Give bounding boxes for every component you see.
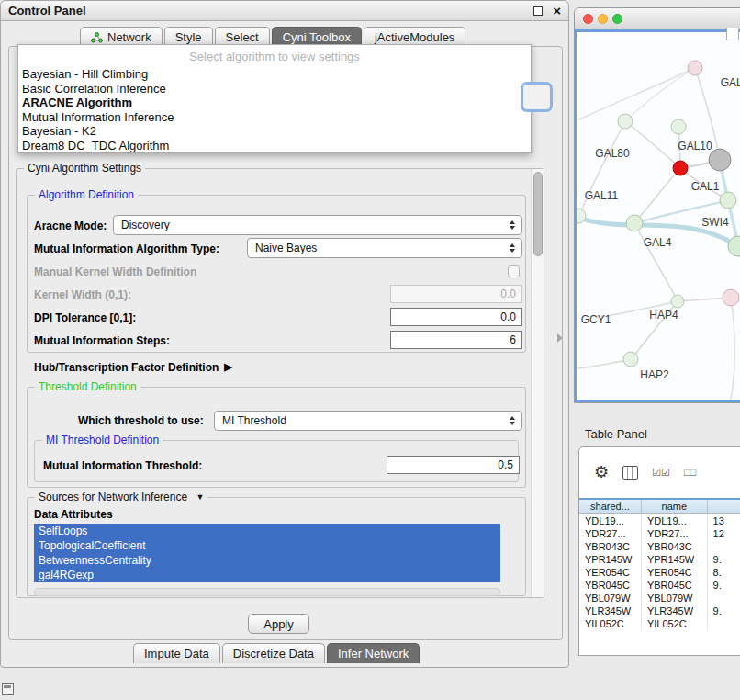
table-row[interactable]: YLR345WYLR345W9. [579,604,740,617]
combo-arrows-icon [510,416,515,425]
columns-icon[interactable] [622,466,638,480]
node-label-gal4: GAL4 [644,236,672,249]
network-node[interactable] [623,352,638,367]
mi-steps-field[interactable]: 6 [390,331,522,349]
table-cell: YIL052C [642,617,708,630]
network-node[interactable] [720,192,736,209]
data-attribute-item[interactable]: SelfLoops [34,524,500,538]
network-edge[interactable] [634,169,679,223]
node-label-gal11: GAL11 [585,189,619,202]
combo-arrows-icon [510,243,515,253]
table-row[interactable]: YBL079WYBL079W [579,592,740,604]
node-label-gal10: GAL10 [678,140,712,152]
table-cell: YDL19... [642,514,708,527]
control-panel-titlebar[interactable]: Control Panel [1,1,568,21]
algorithm-option-dream8-dc-tdc-algorithm[interactable]: Dream8 DC_TDC Algorithm [18,139,531,153]
dpi-tolerance-field[interactable]: 0.0 [390,308,522,326]
table-cell: YBL079W [579,592,642,604]
window-title: Control Panel [8,4,86,17]
attributes-hscrollbar[interactable] [34,588,500,596]
network-toolbar-chip[interactable] [726,28,739,40]
network-edge[interactable] [634,223,678,300]
network-node[interactable] [626,215,643,231]
tab-label: Infer Network [338,647,409,660]
table-row[interactable]: YER054CYER054C8. [579,566,740,579]
network-node[interactable] [673,161,688,175]
which-threshold-label: Which threshold to use: [78,414,204,427]
network-node[interactable] [688,61,702,75]
network-node[interactable] [618,114,633,129]
focused-control[interactable] [521,82,553,112]
apply-button[interactable]: Apply [248,614,309,634]
table-row[interactable]: YDR27...YDR27...12 [579,527,740,540]
tab-label: Network [107,30,151,44]
deselect-all-icon[interactable]: □□ [684,467,696,478]
select-all-icon[interactable]: ☑☑ [652,467,670,479]
sources-toggle[interactable]: Sources for Network Inference ▼ [35,491,207,503]
network-node[interactable] [723,289,739,306]
network-node[interactable] [671,295,684,308]
table-cell: YPR145W [642,553,708,566]
table-row[interactable]: YBR043CYBR043C [579,540,740,553]
close-traffic-light-icon[interactable] [583,14,593,24]
tab-discretize-data[interactable]: Discretize Data [222,643,325,663]
column-header[interactable]: name [642,500,708,513]
tab-impute-data[interactable]: Impute Data [133,643,220,663]
hub-section-label: Hub/Transcription Factor Definition [34,361,219,374]
aracne-mode-select[interactable]: Discovery [113,215,522,235]
scrollbar-thumb[interactable] [533,172,543,256]
column-header[interactable]: shared... [579,500,642,513]
restore-panel-icon[interactable] [2,683,14,695]
algorithm-option-bayesian-k2[interactable]: Bayesian - K2 [18,124,531,139]
network-titlebar[interactable] [575,8,740,30]
manual-kernel-checkbox[interactable] [508,265,520,277]
tab-infer-network[interactable]: Infer Network [327,643,420,663]
mi-type-select[interactable]: Naive Bayes [247,238,522,258]
minimize-traffic-light-icon[interactable] [598,14,608,24]
network-edge[interactable] [579,68,695,119]
network-edge[interactable] [731,298,734,400]
table-row[interactable]: YBR045CYBR045C9. [579,579,740,592]
node-label-gal1: GAL1 [691,180,720,193]
data-attributes-label: Data Attributes [34,508,113,521]
close-window-icon[interactable]: × [553,2,561,20]
gear-icon[interactable]: ⚙ [594,464,609,480]
kernel-width-field[interactable]: 0.0 [390,285,522,303]
table-row[interactable]: YDL19...YDL19...13 [579,514,740,527]
node-label-hap4: HAP4 [649,309,678,322]
combo-arrows-icon [510,220,515,230]
algorithm-dropdown: Select algorithm to view settings Bayesi… [17,44,532,153]
data-attribute-item[interactable]: TopologicalCoefficient [34,538,500,553]
network-edge[interactable] [678,298,730,301]
table-row[interactable]: YIL052CYIL052C [579,617,740,630]
collapse-down-icon: ▼ [196,492,204,502]
zoom-traffic-light-icon[interactable] [612,14,622,24]
algorithm-placeholder[interactable]: Select algorithm to view settings [18,45,531,67]
network-node[interactable] [671,119,686,134]
table-cell: YDL19... [579,514,642,527]
table-row[interactable]: YPR145WYPR145W9. [579,553,740,566]
table-panel: ⚙ ☑☑ □□ shared...name YDL19...YDL19...13… [578,446,740,656]
settings-scrollbar[interactable] [531,169,544,597]
aracne-mode-value: Discovery [121,219,170,231]
table-cell: YER054C [642,566,708,579]
column-header[interactable] [708,500,740,513]
data-attribute-item[interactable]: gal4RGexp [34,568,500,582]
network-canvas[interactable]: GAL80GAL10GAL11GAL1SWI4GAL4GCY1HAP4HAP2G… [574,29,740,402]
table-body: YDL19...YDL19...13YDR27...YDR27...12YBR0… [579,514,740,630]
data-attribute-item[interactable]: BetweennessCentrality [34,553,500,568]
desktop: Control Panel × NetworkStyleSelectCyni T… [0,0,740,700]
hub-section-toggle[interactable]: Hub/Transcription Factor Definition▶ [34,361,232,374]
data-attributes-list: SelfLoopsTopologicalCoefficientBetweenne… [34,524,500,582]
algorithm-option-bayesian-hill-climbing[interactable]: Bayesian - Hill Climbing [18,67,531,82]
algorithm-option-basic-correlation-inference[interactable]: Basic Correlation Inference [18,82,531,96]
table-panel-title: Table Panel [585,427,647,441]
table-toolbar: ⚙ ☑☑ □□ [579,447,740,497]
table-cell: YIL052C [579,617,642,630]
panel-resize-handle[interactable] [557,333,563,343]
float-window-icon[interactable] [533,6,543,16]
algorithm-option-aracne-algorithm[interactable]: ARACNE Algorithm [18,96,531,110]
mi-threshold-field[interactable]: 0.5 [387,456,520,474]
which-threshold-select[interactable]: MI Threshold [214,411,522,431]
algorithm-option-mutual-information-inference[interactable]: Mutual Information Inference [18,110,531,125]
